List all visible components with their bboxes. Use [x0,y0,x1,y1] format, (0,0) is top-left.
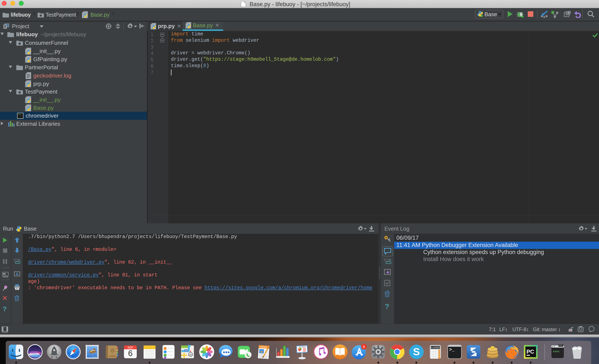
svg-text:exec: exec [553,350,560,353]
svg-text:PC: PC [527,348,534,355]
svg-text:SEP: SEP [128,346,133,349]
svg-text:3D: 3D [189,353,192,356]
svg-text:3.141593: 3.141593 [431,347,440,349]
svg-text:S: S [413,346,420,357]
svg-text:280: 280 [185,349,188,352]
svg-text:6: 6 [128,349,132,358]
svg-text:6: 6 [363,345,365,349]
svg-text:>_: >_ [449,347,455,353]
